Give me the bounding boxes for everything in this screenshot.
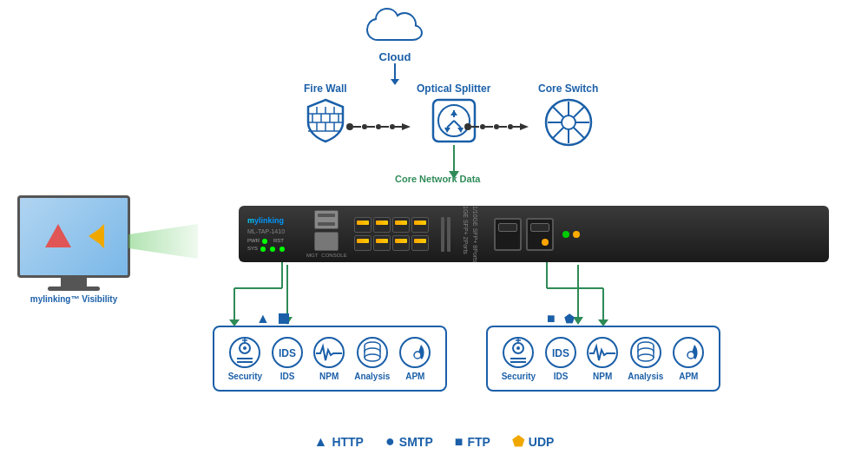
connector-line-1 bbox=[345, 122, 415, 132]
svg-point-34 bbox=[494, 124, 499, 129]
monitor-group: mylinking™ Visibility bbox=[17, 195, 130, 304]
tap-logo: mylinking bbox=[247, 216, 299, 226]
apm-label-left: APM bbox=[405, 372, 424, 381]
svg-text:IDS: IDS bbox=[552, 347, 569, 359]
analysis-label-right: Analysis bbox=[628, 372, 663, 381]
tool-icons-right: Security IDS IDS NPM bbox=[498, 336, 708, 381]
connector-fw-sp bbox=[345, 122, 415, 132]
security-label-left: Security bbox=[228, 372, 262, 381]
svg-point-15 bbox=[362, 124, 367, 129]
triangle-icon bbox=[43, 221, 74, 252]
core-network-label: Core Network Data bbox=[395, 174, 480, 184]
firewall-label: Fire Wall bbox=[304, 82, 347, 95]
tool-analysis-right: Analysis bbox=[628, 336, 663, 381]
analysis-icon-left bbox=[356, 336, 389, 369]
tool-group-left: Security IDS IDS NPM bbox=[213, 326, 447, 392]
tool-ids-right: IDS IDS bbox=[544, 336, 577, 381]
svg-text:IDS: IDS bbox=[279, 347, 296, 359]
beam bbox=[128, 224, 198, 259]
tool-npm-left: NPM bbox=[312, 336, 345, 381]
legend-row: ▲ HTTP ● SMTP ■ FTP ⬟ UDP bbox=[0, 432, 868, 451]
ids-icon-left: IDS bbox=[271, 336, 304, 369]
legend-ftp-label: FTP bbox=[467, 435, 490, 449]
splitter-label: Optical Splitter bbox=[417, 82, 490, 95]
svg-point-67 bbox=[414, 352, 421, 359]
svg-point-30 bbox=[464, 123, 471, 130]
legend-smtp: ● SMTP bbox=[385, 432, 433, 451]
tap-model: ML-TAP-1410 bbox=[247, 228, 299, 234]
cloud-icon bbox=[365, 7, 425, 49]
svg-marker-45 bbox=[45, 224, 71, 247]
ids-icon-right: IDS bbox=[544, 336, 577, 369]
tool-npm-right: NPM bbox=[586, 336, 619, 381]
tool-icons-left: Security IDS IDS NPM bbox=[225, 336, 435, 381]
ids-label-left: IDS bbox=[280, 372, 295, 381]
apm-icon-right bbox=[672, 336, 705, 369]
apm-label-right: APM bbox=[679, 372, 698, 381]
svg-point-19 bbox=[390, 124, 395, 129]
cloud-arrow bbox=[391, 63, 399, 85]
svg-marker-94 bbox=[229, 319, 240, 326]
npm-icon-right bbox=[586, 336, 619, 369]
legend-http-symbol: ▲ bbox=[314, 434, 328, 450]
svg-marker-38 bbox=[520, 123, 529, 130]
connector-sp-sw bbox=[464, 122, 533, 132]
legend-smtp-symbol: ● bbox=[385, 432, 395, 451]
security-icon-right bbox=[502, 336, 535, 369]
pacman-icon bbox=[74, 221, 104, 252]
tool-apm-left: APM bbox=[398, 336, 431, 381]
firewall-icon bbox=[305, 98, 346, 143]
svg-point-44 bbox=[562, 115, 575, 129]
svg-point-50 bbox=[243, 346, 247, 350]
tool-group-right: Security IDS IDS NPM bbox=[486, 326, 720, 392]
splitter-icon bbox=[431, 98, 477, 143]
apm-icon-left bbox=[398, 336, 431, 369]
console-label: CONSOLE bbox=[321, 253, 346, 258]
tool-ids-left: IDS IDS bbox=[271, 336, 304, 381]
security-icon-left bbox=[228, 336, 261, 369]
tool-security-right: Security bbox=[502, 336, 536, 381]
ids-label-right: IDS bbox=[554, 372, 569, 381]
tool-security-left: Security bbox=[228, 336, 262, 381]
legend-udp: ⬟ UDP bbox=[512, 433, 555, 450]
analysis-icon-right bbox=[629, 336, 662, 369]
cloud-label: Cloud bbox=[379, 50, 411, 63]
monitor-screen bbox=[17, 195, 130, 278]
legend-udp-symbol: ⬟ bbox=[512, 433, 524, 450]
legend-ftp-symbol: ■ bbox=[455, 434, 464, 450]
svg-point-13 bbox=[346, 123, 353, 130]
tap-mgt-ports: MGT CONSOLE bbox=[306, 210, 347, 258]
tap-spec: 1/10GE SFP+ 8Ports 1GE SFP+ 2Ports bbox=[461, 206, 479, 263]
cloud-group: Cloud bbox=[365, 7, 425, 85]
legend-udp-label: UDP bbox=[529, 435, 555, 449]
monitor-label: mylinking™ Visibility bbox=[17, 294, 130, 304]
svg-point-17 bbox=[376, 124, 381, 129]
security-label-right: Security bbox=[502, 372, 536, 381]
mgt-label: MGT bbox=[306, 253, 318, 258]
legend-http: ▲ HTTP bbox=[314, 434, 364, 450]
connector-line-2 bbox=[464, 122, 533, 132]
left-branch-lines bbox=[208, 262, 382, 327]
svg-point-32 bbox=[480, 124, 485, 129]
tool-analysis-left: Analysis bbox=[354, 336, 390, 381]
svg-point-36 bbox=[508, 124, 513, 129]
svg-marker-21 bbox=[402, 123, 411, 130]
diagram-container: Cloud Fire Wall bbox=[0, 0, 868, 461]
analysis-label-left: Analysis bbox=[354, 372, 390, 381]
tool-apm-right: APM bbox=[672, 336, 705, 381]
switch-label: Core Switch bbox=[538, 82, 598, 95]
svg-point-89 bbox=[687, 352, 694, 359]
switch-icon bbox=[544, 98, 593, 147]
right-branch-lines bbox=[473, 262, 647, 327]
tap-sfp-ports: 1/10GE SFP+ 8Ports 1GE SFP+ 2Ports bbox=[354, 206, 580, 263]
firewall-group: Fire Wall bbox=[304, 82, 347, 143]
legend-ftp: ■ FTP bbox=[455, 434, 490, 450]
npm-icon-left bbox=[312, 336, 345, 369]
npm-label-right: NPM bbox=[593, 372, 612, 381]
npm-label-left: NPM bbox=[319, 372, 339, 381]
tap-logo-area: mylinking ML-TAP-1410 PWR RST SYS bbox=[247, 216, 299, 252]
legend-smtp-label: SMTP bbox=[399, 435, 433, 449]
switch-group: Core Switch bbox=[538, 82, 598, 147]
svg-point-72 bbox=[516, 346, 520, 350]
tap-box: mylinking ML-TAP-1410 PWR RST SYS bbox=[239, 206, 829, 262]
